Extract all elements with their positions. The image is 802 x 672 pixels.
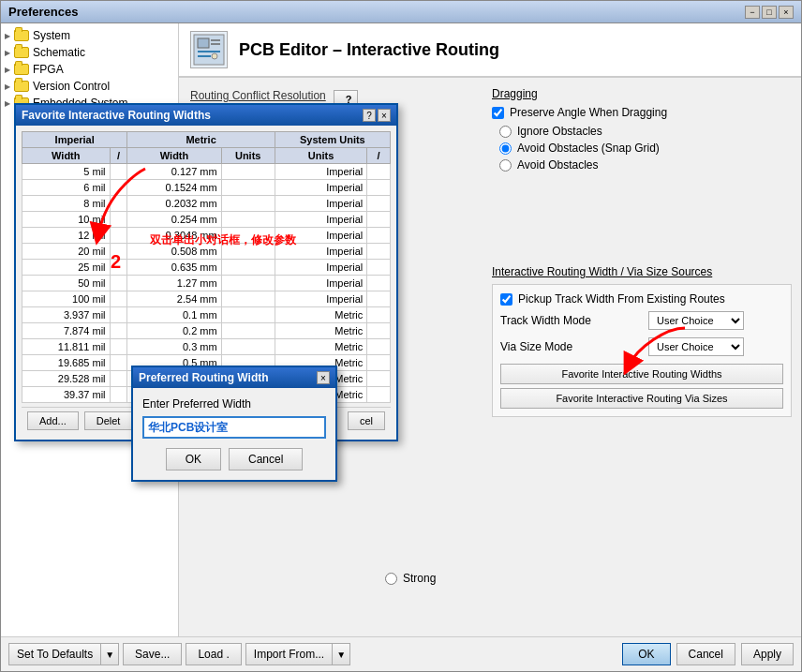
table-row[interactable]: 50 mil 1.27 mm Imperial [22,276,391,291]
fav-help-button[interactable]: ? [363,109,376,122]
slash-col-header: / [367,148,391,164]
obstacle-radio-group: Ignore Obstacles Avoid Obstacles (Snap G… [499,125,792,172]
metric-units-cell [221,260,275,276]
metric-units-cell [221,196,275,212]
pref-dialog-body: Enter Preferred Width OK Cancel [133,388,335,480]
avoid-obstacles-snap-radio[interactable] [499,142,512,155]
table-row[interactable]: 6 mil 0.1524 mm Imperial [22,180,391,196]
width2-col-header: Width [127,148,221,164]
sidebar-item-schematic[interactable]: ▶ Schematic [1,44,178,61]
metric-units-cell [221,212,275,228]
pref-cancel-button[interactable]: Cancel [229,448,303,470]
sidebar-item-version-control[interactable]: ▶ Version Control [1,78,178,95]
ignore-obstacles-row: Ignore Obstacles [499,125,792,138]
via-size-label: Via Size Mode [500,340,641,353]
apply-button[interactable]: Apply [741,643,794,665]
fav-close-button[interactable]: × [378,109,391,122]
set-defaults-button[interactable]: Set To Defaults [8,643,100,665]
add-button[interactable]: Add... [27,411,79,430]
pickup-track-checkbox[interactable] [500,293,512,306]
table-row[interactable]: 10 mil 0.254 mm Imperial [22,212,391,228]
metric-width-cell: 0.1 mm [127,307,221,323]
bottom-left: Set To Defaults ▼ Save... Load . Import … [8,643,350,665]
fav-via-button[interactable]: Favorite Interactive Routing Via Sizes [500,388,783,409]
set-defaults-arrow[interactable]: ▼ [100,643,119,665]
folder-icon [14,30,29,41]
pcb-header: PCB Editor – Interactive Routing [179,23,801,78]
pref-close-button[interactable]: × [317,371,330,384]
bottom-bar: Set To Defaults ▼ Save... Load . Import … [1,636,801,671]
system-slash-cell [367,323,391,339]
pref-width-input[interactable] [142,416,326,439]
pickup-track-label: Pickup Track Width From Existing Routes [518,292,725,306]
metric-header: Metric [127,132,275,148]
import-from-arrow[interactable]: ▼ [332,643,350,665]
bottom-right: OK Cancel Apply [622,643,794,665]
system-slash-cell [367,339,391,355]
import-from-split: Import From... ▼ [245,643,350,665]
table-row[interactable]: 3.937 mil 0.1 mm Metric [22,307,391,323]
imperial-units-cell [110,228,127,244]
metric-width-cell: 0.1524 mm [127,180,221,196]
system-units-cell: Imperial [275,291,366,307]
routing-width-section: Interactive Routing Width / Via Size Sou… [492,265,792,417]
metric-width-cell: 0.635 mm [127,260,221,276]
sidebar-item-system[interactable]: ▶ System [1,27,178,44]
strong-label: Strong [403,572,436,585]
imperial-width-cell: 19.685 mil [22,355,111,371]
metric-width-cell: 0.127 mm [127,164,221,180]
delete-button[interactable]: Delet [84,411,133,430]
minimize-button[interactable]: − [745,6,760,19]
metric-units-cell [221,244,275,260]
folder-icon [14,64,29,75]
expand-icon: ▶ [5,49,10,57]
system-slash-cell [367,228,391,244]
table-row[interactable]: 8 mil 0.2032 mm Imperial [22,196,391,212]
load-button[interactable]: Load . [186,643,241,665]
strong-radio[interactable] [385,573,397,585]
table-row[interactable]: 20 mil 0.508 mm Imperial [22,244,391,260]
folder-icon [14,47,29,58]
metric-width-cell: 0.2032 mm [127,196,221,212]
fav-widths-button[interactable]: Favorite Interactive Routing Widths [500,364,783,384]
folder-icon [14,81,29,92]
sidebar-item-label: Version Control [33,80,110,93]
svg-rect-1 [198,38,209,48]
imperial-units-cell [110,307,127,323]
system-units-cell: Metric [275,339,366,355]
import-from-button[interactable]: Import From... [245,643,332,665]
fav-dialog-title-bar: Favorite Interactive Routing Widths ? × [16,105,396,126]
track-width-select-wrapper: User Choice Rule Minimum Rule Preferred [648,311,744,330]
maximize-button[interactable]: □ [762,6,777,19]
imperial-width-cell: 8 mil [22,196,111,212]
table-row[interactable]: 25 mil 0.635 mm Imperial [22,260,391,276]
table-row[interactable]: 100 mil 2.54 mm Imperial [22,291,391,307]
ok-button[interactable]: OK [622,643,670,665]
routing-conflict-label[interactable]: Routing Conflict Resolution [190,89,326,102]
cancel-button[interactable]: Cancel [676,643,735,665]
system-units-header: System Units [275,132,390,148]
table-row[interactable]: 11.811 mil 0.3 mm Metric [22,339,391,355]
sidebar-item-fpga[interactable]: ▶ FPGA [1,61,178,78]
imperial-units-cell [110,323,127,339]
system-slash-cell [367,180,391,196]
dragging-title: Dragging [492,87,792,100]
pref-ok-button[interactable]: OK [166,448,221,470]
table-row[interactable]: 5 mil 0.127 mm Imperial [22,164,391,180]
close-window-button[interactable]: × [779,6,794,19]
table-row[interactable]: 12 mil 0.3048 mm Imperial [22,228,391,244]
via-size-select[interactable]: User Choice Rule Minimum Rule Preferred [648,337,744,356]
imperial-units-cell [110,339,127,355]
window-title: Preferences [8,5,78,19]
preserve-angle-checkbox[interactable] [492,107,504,119]
table-row[interactable]: 7.874 mil 0.2 mm Metric [22,323,391,339]
ignore-obstacles-radio[interactable] [499,126,512,138]
imperial-width-cell: 29.528 mil [22,371,111,387]
system-slash-cell [367,387,391,403]
avoid-obstacles-radio[interactable] [499,159,512,172]
system-slash-cell [367,371,391,387]
track-width-select[interactable]: User Choice Rule Minimum Rule Preferred [648,311,744,330]
imperial-width-cell: 6 mil [22,180,111,196]
fav-cancel-button[interactable]: cel [348,411,385,430]
save-button[interactable]: Save... [123,643,182,665]
